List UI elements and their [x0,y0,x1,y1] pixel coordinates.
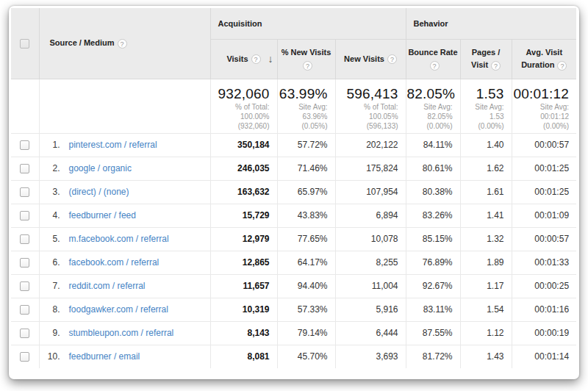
cell-new-visits: 175,824 [335,157,406,180]
summary-visits-sub3: (932,060) [212,121,270,131]
avg-visit-duration-label-line1: Avg. Visit [526,48,563,57]
bounce-rate-label: Bounce Rate [408,48,457,57]
source-medium-link[interactable]: feedburner / feed [69,210,136,220]
cell-visits: 8,143 [210,321,277,345]
row-checkbox-cell [11,204,39,227]
column-header-percent-new-visits[interactable]: % New Visits ? [277,39,335,79]
new-visits-label: New Visits [344,54,384,63]
row-checkbox[interactable] [20,187,29,197]
cell-pages-visit: 1.61 [460,180,512,204]
summary-percent-new-visits-sub3: (0.05%) [279,121,328,131]
column-header-visits[interactable]: Visits? ↓ [210,39,277,79]
row-checkbox[interactable] [20,211,29,220]
column-header-avg-visit-duration[interactable]: Avg. Visit Duration? [512,39,576,79]
row-checkbox[interactable] [20,305,29,315]
cell-avg-visit-duration: 00:00:57 [512,133,576,157]
cell-percent-new-visits: 64.17% [277,251,335,274]
source-medium-link[interactable]: foodgawker.com / referral [69,304,168,315]
cell-visits: 246,035 [210,157,277,180]
source-medium-link[interactable]: pinterest.com / referral [69,140,157,150]
cell-new-visits: 5,916 [335,298,406,321]
row-checkbox[interactable] [20,258,29,268]
source-medium-link[interactable]: m.facebook.com / referral [69,234,169,244]
cell-bounce-rate: 92.67% [406,274,460,298]
cell-avg-visit-duration: 00:00:57 [512,227,576,251]
help-icon[interactable]: ? [557,61,567,71]
table-row: 8.foodgawker.com / referral 10,319 57.33… [11,298,576,321]
source-medium-link[interactable]: reddit.com / referral [69,281,146,291]
column-header-bounce-rate[interactable]: Bounce Rate ? [406,39,460,79]
cell-bounce-rate: 80.61% [406,157,460,180]
table-row: 3.(direct) / (none) 163,632 65.97% 107,9… [11,180,576,204]
cell-new-visits: 11,004 [335,274,406,298]
cell-percent-new-visits: 43.83% [277,204,335,227]
table-row: 6.facebook.com / referral 12,865 64.17% … [11,251,576,274]
cell-pages-visit: 1.17 [460,274,512,298]
summary-pages-visit-sub3: (0.00%) [462,121,504,131]
summary-percent-new-visits: 63.99% Site Avg: 63.96% (0.05%) [277,79,335,133]
avg-visit-duration-label-line2: Duration [521,60,554,69]
analytics-table-frame: Source / Medium? Acquisition Behavior Vi… [9,6,579,379]
pages-visit-label-line2: Visit [471,60,488,69]
row-checkbox-cell [11,251,39,274]
row-checkbox-cell [11,180,39,204]
cell-bounce-rate: 76.89% [406,251,460,274]
cell-pages-visit: 1.43 [460,345,512,368]
summary-percent-new-visits-sub1: Site Avg: [279,102,328,112]
column-header-source-medium[interactable]: Source / Medium? [39,8,210,79]
visits-label: Visits [226,54,248,63]
row-index: 6. [40,257,60,268]
cell-pages-visit: 1.32 [460,227,512,251]
source-medium-link[interactable]: facebook.com / referral [69,257,159,268]
acquisition-label: Acquisition [218,19,262,28]
row-checkbox-cell [11,133,39,157]
help-icon[interactable]: ? [118,39,127,49]
row-source-cell: 9.stumbleupon.com / referral [39,321,210,345]
row-index: 1. [40,140,60,150]
row-index: 7. [40,281,60,291]
cell-bounce-rate: 87.55% [406,321,460,345]
row-source-cell: 4.feedburner / feed [39,204,210,227]
row-checkbox[interactable] [20,234,29,244]
table-body: 1.pinterest.com / referral 350,184 57.72… [11,133,576,368]
table-row: 9.stumbleupon.com / referral 8,143 79.14… [11,321,576,345]
select-all-checkbox[interactable] [20,39,29,49]
row-source-cell: 6.facebook.com / referral [39,251,210,274]
column-header-new-visits[interactable]: New Visits? [335,39,406,79]
group-header-behavior: Behavior [406,8,576,39]
source-medium-link[interactable]: feedburner / email [69,351,140,362]
summary-new-visits-sub3: (596,133) [337,121,398,131]
row-index: 5. [40,234,60,244]
cell-avg-visit-duration: 00:01:33 [512,251,576,274]
row-index: 8. [40,304,60,315]
row-source-cell: 3.(direct) / (none) [39,180,210,204]
row-source-cell: 2.google / organic [39,157,210,180]
help-icon[interactable]: ? [387,54,397,64]
summary-visits-sub2: 100.00% [212,112,270,121]
header-group-row: Source / Medium? Acquisition Behavior [11,8,576,39]
row-checkbox[interactable] [20,164,29,173]
row-checkbox-cell [11,321,39,345]
help-icon[interactable]: ? [303,61,312,71]
row-checkbox[interactable] [20,329,29,338]
summary-visits-sub1: % of Total: [212,102,270,112]
cell-avg-visit-duration: 00:01:16 [512,298,576,321]
row-checkbox[interactable] [20,352,29,362]
row-checkbox[interactable] [20,281,29,291]
help-icon[interactable]: ? [251,54,261,64]
row-index: 9. [40,328,60,338]
column-header-pages-visit[interactable]: Pages / Visit? [460,39,512,79]
row-checkbox[interactable] [20,140,29,150]
row-index: 10. [40,351,60,362]
source-medium-link[interactable]: google / organic [69,163,132,173]
table-row: 7.reddit.com / referral 11,657 94.40% 11… [11,274,576,298]
source-medium-link[interactable]: (direct) / (none) [69,187,129,197]
table-row: 10.feedburner / email 8,081 45.70% 3,693… [11,345,576,368]
help-icon[interactable]: ? [491,61,501,71]
cell-percent-new-visits: 77.65% [277,227,335,251]
table-row: 1.pinterest.com / referral 350,184 57.72… [11,133,576,157]
source-medium-label: Source / Medium [50,38,115,47]
cell-visits: 8,081 [210,345,277,368]
help-icon[interactable]: ? [430,61,440,71]
source-medium-link[interactable]: stumbleupon.com / referral [69,328,174,338]
